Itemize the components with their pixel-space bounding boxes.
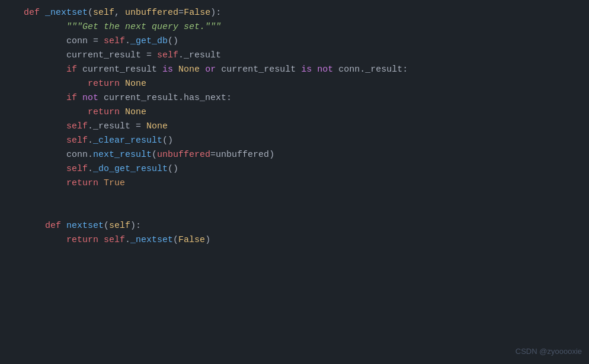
code-line-8: return None <box>24 105 589 120</box>
watermark: CSDN @zyooooxie <box>516 346 582 358</box>
code-line-5: if current_result is None or current_res… <box>24 63 589 77</box>
code-line-3: conn = self . _get_db () <box>24 34 589 49</box>
code-line-9: self ._result = None <box>24 120 589 134</box>
function-name: _nextset <box>45 6 88 20</box>
code-line-2: """Get the next query set.""" <box>24 20 589 34</box>
code-line-4: current_result = self ._result <box>24 49 589 63</box>
code-editor: def _nextset ( self , unbuffered = False… <box>0 0 589 253</box>
code-line-17: return self . _nextset ( False ) <box>24 233 589 247</box>
code-line-6: return None <box>24 77 589 91</box>
function-name-nextset: nextset <box>66 219 104 233</box>
code-line-7: if not current_result.has_next: <box>24 91 589 105</box>
code-line-14 <box>24 191 589 205</box>
keyword-def: def <box>24 6 40 20</box>
code-line-12: self . _do_get_result () <box>24 162 589 176</box>
code-line-11: conn. next_result ( unbuffered =unbuffer… <box>24 148 589 162</box>
code-line-1: def _nextset ( self , unbuffered = False… <box>24 6 589 20</box>
code-line-16: def nextset ( self ): <box>24 219 589 233</box>
code-line-13: return True <box>24 176 589 191</box>
code-line-10: self . _clear_result () <box>24 134 589 148</box>
code-line-15 <box>24 205 589 219</box>
